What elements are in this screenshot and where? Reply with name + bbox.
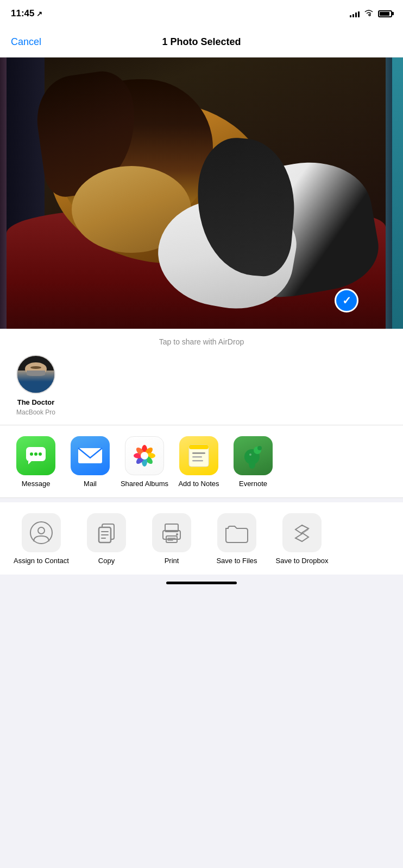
svg-point-24 <box>249 454 251 456</box>
photo-side-right <box>386 58 392 329</box>
photo-side-left <box>0 58 7 329</box>
airdrop-devices-list: The Doctor MacBook Pro <box>11 355 392 416</box>
photo-next-preview <box>392 58 403 329</box>
device-subtitle: MacBook Pro <box>16 409 55 416</box>
action-shared-albums[interactable]: Shared Albums <box>117 436 172 489</box>
photo-main[interactable] <box>7 58 386 329</box>
svg-point-3 <box>34 452 37 456</box>
device-name: The Doctor <box>17 398 55 406</box>
time-display: 11:45 <box>11 8 34 19</box>
shared-albums-label: Shared Albums <box>121 480 168 489</box>
action-message[interactable]: Message <box>9 436 63 489</box>
action-save-to-files[interactable]: Save to Files <box>204 513 269 566</box>
page-title: 1 Photo Selected <box>162 36 241 48</box>
save-to-dropbox-label: Save to Dropbox <box>276 557 329 566</box>
system-actions-scroll: Assign to Contact Copy <box>0 513 403 566</box>
svg-point-21 <box>249 460 255 469</box>
section-divider <box>0 498 403 502</box>
svg-marker-38 <box>295 525 308 541</box>
message-label: Message <box>22 480 51 489</box>
navigation-bar: Cancel 1 Photo Selected <box>0 27 403 58</box>
action-add-to-notes[interactable]: Add to Notes <box>172 436 226 489</box>
photo-strip <box>0 58 403 329</box>
svg-point-14 <box>141 452 148 459</box>
cancel-button[interactable]: Cancel <box>11 36 41 48</box>
copy-icon <box>87 513 126 552</box>
avatar <box>16 355 55 394</box>
signal-strength-icon <box>350 10 360 17</box>
app-actions-row: Message Mail <box>0 425 403 498</box>
svg-rect-19 <box>192 460 203 462</box>
mail-label: Mail <box>84 480 97 489</box>
status-time: 11:45 ↗ <box>11 8 42 19</box>
svg-point-2 <box>30 452 33 456</box>
app-actions-scroll: Message Mail <box>0 436 403 489</box>
svg-point-35 <box>176 533 178 535</box>
location-icon: ↗ <box>36 10 42 18</box>
action-evernote[interactable]: Evernote <box>226 436 280 489</box>
notes-icon <box>179 436 218 475</box>
save-to-files-label: Save to Files <box>216 557 257 566</box>
svg-rect-16 <box>189 445 209 449</box>
status-icons <box>350 9 392 18</box>
print-label: Print <box>165 557 179 566</box>
airdrop-section: Tap to share with AirDrop The Doctor Mac… <box>0 329 403 425</box>
status-bar: 11:45 ↗ <box>0 0 403 27</box>
copy-label: Copy <box>98 557 115 566</box>
evernote-icon <box>234 436 273 475</box>
add-to-notes-label: Add to Notes <box>178 480 219 489</box>
airdrop-device[interactable]: The Doctor MacBook Pro <box>16 355 55 416</box>
save-to-files-icon <box>217 513 256 552</box>
airdrop-label: Tap to share with AirDrop <box>11 337 392 346</box>
photos-icon <box>125 436 164 475</box>
action-mail[interactable]: Mail <box>63 436 117 489</box>
battery-icon <box>378 10 392 17</box>
home-bar <box>166 582 237 584</box>
svg-rect-17 <box>192 452 205 454</box>
home-indicator <box>0 575 403 596</box>
action-print[interactable]: Print <box>139 513 204 566</box>
mail-icon <box>71 436 110 475</box>
action-copy[interactable]: Copy <box>74 513 139 566</box>
svg-point-23 <box>257 446 262 450</box>
share-sheet: Tap to share with AirDrop The Doctor Mac… <box>0 329 403 575</box>
svg-line-39 <box>295 529 302 534</box>
message-icon <box>16 436 55 475</box>
evernote-label: Evernote <box>239 480 267 489</box>
system-actions-row: Assign to Contact Copy <box>0 502 403 575</box>
action-assign-to-contact[interactable]: Assign to Contact <box>9 513 74 566</box>
assign-to-contact-label: Assign to Contact <box>14 557 69 566</box>
assign-to-contact-icon <box>22 513 61 552</box>
wifi-icon <box>364 9 374 18</box>
print-icon <box>152 513 191 552</box>
action-save-to-dropbox[interactable]: Save to Dropbox <box>269 513 335 566</box>
dropbox-icon <box>282 513 322 552</box>
svg-point-26 <box>38 527 45 534</box>
svg-rect-18 <box>192 456 202 458</box>
svg-point-4 <box>39 452 42 456</box>
photo-selected-checkmark <box>335 289 358 312</box>
